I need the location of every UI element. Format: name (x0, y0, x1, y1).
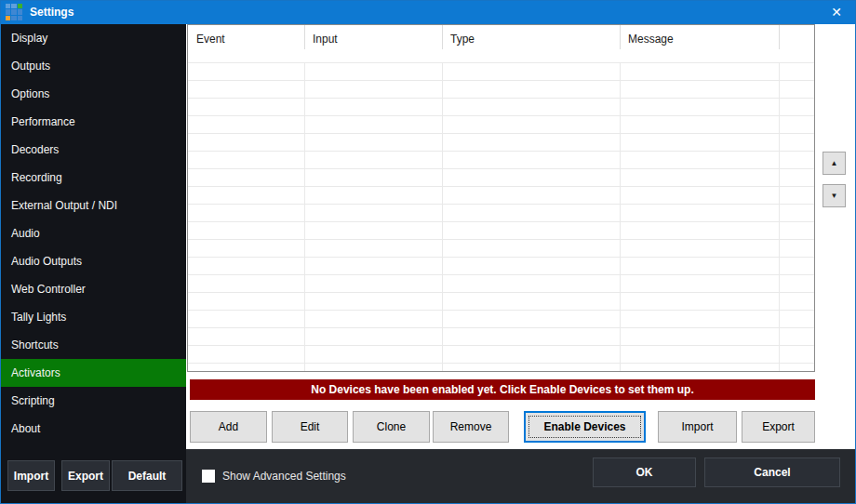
show-advanced-label: Show Advanced Settings (222, 464, 346, 488)
move-up-button[interactable]: ▲ (823, 152, 846, 175)
sidebar-item-outputs[interactable]: Outputs (0, 52, 186, 80)
sidebar-item-scripting[interactable]: Scripting (0, 387, 186, 415)
column-header-input[interactable]: Input (304, 25, 442, 62)
sidebar: Display Outputs Options Performance Deco… (0, 24, 186, 504)
add-button[interactable]: Add (190, 411, 267, 443)
move-down-button[interactable]: ▼ (823, 184, 846, 207)
sidebar-item-audio[interactable]: Audio (0, 219, 186, 247)
settings-export-button[interactable]: Export (61, 460, 110, 491)
settings-default-button[interactable]: Default (112, 460, 182, 491)
sidebar-item-tally-lights[interactable]: Tally Lights (0, 303, 186, 331)
table-header: Event Input Type Message (188, 25, 814, 62)
export-button[interactable]: Export (742, 411, 815, 443)
column-header-type[interactable]: Type (442, 25, 620, 62)
settings-window: Settings ✕ Display Outputs Options Perfo… (0, 0, 856, 504)
header-separator (779, 25, 780, 49)
column-gridline (779, 62, 780, 371)
sidebar-item-decoders[interactable]: Decoders (0, 136, 186, 164)
column-gridline (442, 62, 443, 371)
arrow-down-icon: ▼ (831, 192, 838, 200)
sidebar-item-recording[interactable]: Recording (0, 164, 186, 192)
import-button[interactable]: Import (658, 411, 737, 443)
sidebar-item-audio-outputs[interactable]: Audio Outputs (0, 247, 186, 275)
clone-button[interactable]: Clone (353, 411, 430, 443)
column-header-filler (779, 25, 814, 62)
sidebar-item-display[interactable]: Display (0, 24, 186, 52)
enable-devices-button[interactable]: Enable Devices (524, 411, 646, 443)
sidebar-item-performance[interactable]: Performance (0, 108, 186, 136)
show-advanced-checkbox[interactable] (202, 470, 215, 483)
column-gridline (304, 62, 305, 371)
header-separator (442, 25, 443, 49)
arrow-up-icon: ▲ (831, 159, 838, 167)
column-gridline (620, 62, 621, 371)
header-separator (304, 25, 305, 49)
sidebar-item-about[interactable]: About (0, 415, 186, 443)
column-header-message[interactable]: Message (620, 25, 779, 62)
no-devices-banner: No Devices have been enabled yet. Click … (190, 379, 815, 400)
activators-table: Event Input Type Message (187, 24, 815, 372)
cancel-button[interactable]: Cancel (704, 458, 840, 487)
ok-button[interactable]: OK (593, 458, 696, 487)
header-separator (620, 25, 621, 49)
sidebar-item-external-output-ndi[interactable]: External Output / NDI (0, 192, 186, 219)
sidebar-item-web-controller[interactable]: Web Controller (0, 275, 186, 303)
settings-import-button[interactable]: Import (7, 460, 55, 491)
event-list-empty[interactable] (188, 62, 814, 371)
titlebar[interactable]: Settings ✕ (0, 0, 856, 24)
sidebar-item-shortcuts[interactable]: Shortcuts (0, 331, 186, 359)
remove-button[interactable]: Remove (433, 411, 509, 443)
close-button[interactable]: ✕ (821, 0, 852, 24)
column-header-event[interactable]: Event (188, 25, 304, 62)
window-title: Settings (30, 0, 74, 24)
sidebar-item-activators[interactable]: Activators (0, 359, 186, 387)
close-icon: ✕ (831, 5, 842, 20)
app-icon (6, 4, 22, 20)
sidebar-item-options[interactable]: Options (0, 80, 186, 108)
edit-button[interactable]: Edit (272, 411, 348, 443)
